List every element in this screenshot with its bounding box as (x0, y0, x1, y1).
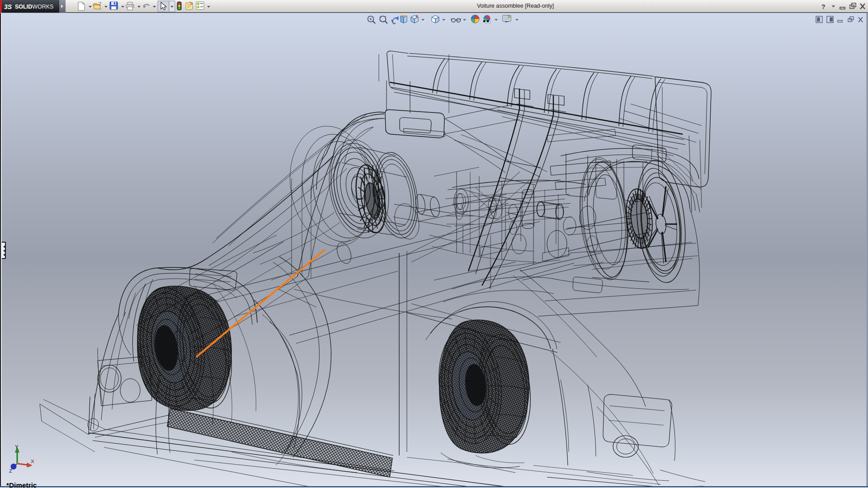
svg-text:Y: Y (15, 444, 19, 450)
svg-text:?: ? (821, 3, 826, 10)
svg-text:Z: Z (9, 468, 12, 474)
svg-text:X: X (31, 459, 34, 464)
svg-text:SOLIDWORKS: SOLIDWORKS (15, 4, 53, 10)
svg-text:3S: 3S (4, 3, 12, 10)
